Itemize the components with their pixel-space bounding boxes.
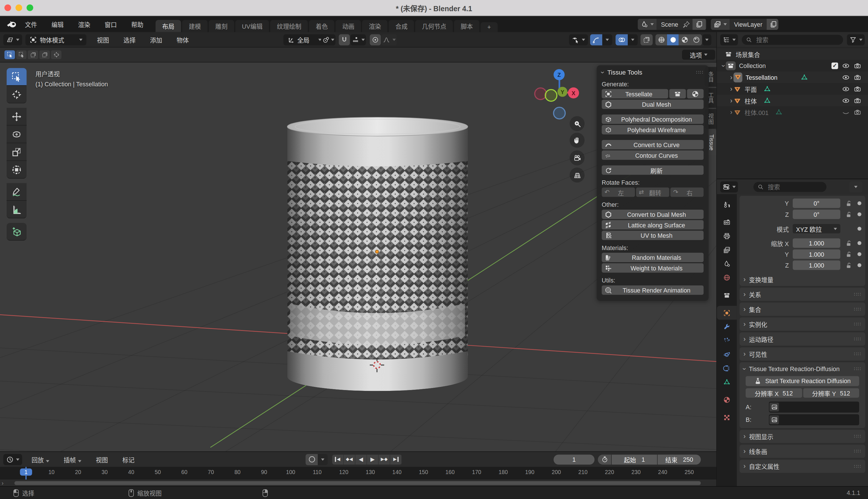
select-mode-subtract-button[interactable] <box>39 50 50 59</box>
proportional-falloff-dropdown[interactable] <box>381 34 397 45</box>
tool-options-dropdown[interactable]: 选项 <box>682 50 715 60</box>
scene-icon[interactable] <box>638 19 657 30</box>
dual-mesh-button[interactable]: Dual Mesh <box>602 99 703 109</box>
lock-icon[interactable] <box>845 251 853 258</box>
visibility-dropdown[interactable] <box>569 34 588 45</box>
properties-search-input[interactable] <box>767 183 823 191</box>
scene-selector[interactable]: Scene × <box>638 19 706 30</box>
tab-viewlayer[interactable] <box>717 243 737 257</box>
hide-eye-icon[interactable] <box>842 73 849 81</box>
object-label[interactable]: 平面 <box>745 84 757 93</box>
drag-handle-icon[interactable]: ∷∷ <box>854 463 861 469</box>
convert-to-curve-button[interactable]: Convert to Curve <box>602 140 703 149</box>
overlays-dropdown[interactable] <box>628 34 638 45</box>
viewport-3d[interactable]: 用户透视 (1) Collection | Tessellation <box>0 62 716 451</box>
line-art-panel[interactable]: ›线条画∷∷ <box>740 445 865 458</box>
tab-material[interactable] <box>717 393 737 406</box>
lock-icon[interactable] <box>845 199 853 207</box>
instancing-panel[interactable]: ›实例化∷∷ <box>740 317 865 331</box>
viewlayer-name[interactable]: ViewLayer <box>730 21 767 27</box>
overlays-toggle[interactable] <box>616 34 628 45</box>
render-camera-icon[interactable] <box>854 85 861 93</box>
visibility-panel[interactable]: ›可见性∷∷ <box>740 347 865 361</box>
gizmo-neg-y-axis[interactable] <box>545 89 557 101</box>
menu-keying[interactable]: 插帧 <box>57 455 89 464</box>
gizmo-y-axis[interactable]: Y <box>557 87 568 97</box>
outliner-search[interactable] <box>742 35 843 45</box>
resolution-x-field[interactable]: 分辨率 X512 <box>746 388 802 398</box>
next-keyframe-button[interactable]: ▶◆ <box>379 454 390 464</box>
render-camera-icon[interactable] <box>854 108 861 116</box>
pin-icon[interactable] <box>682 20 690 28</box>
unlink-scene-button[interactable]: × <box>706 20 706 28</box>
object-label[interactable]: Tessellation <box>746 74 777 80</box>
object-row-plane[interactable]: › 平面 <box>717 83 868 94</box>
workspace-tab-animation[interactable]: 动画 <box>335 20 361 32</box>
start-texture-rd-button[interactable]: Start Texture Reaction Diffusion <box>746 376 859 386</box>
shading-rendered-button[interactable] <box>690 34 702 45</box>
properties-editor-type-button[interactable] <box>720 181 738 192</box>
proportional-edit-toggle[interactable] <box>370 34 381 45</box>
workspace-tab-uv[interactable]: UV编辑 <box>235 20 269 32</box>
rotation-mode-dropdown[interactable]: XYZ 欧拉 <box>793 224 841 233</box>
properties-search[interactable] <box>753 182 827 192</box>
editor-type-button[interactable] <box>3 34 22 45</box>
refresh-button[interactable]: 刷新 <box>602 166 703 175</box>
object-row-cylinder[interactable]: › 柱体 <box>717 95 868 106</box>
expand-icon[interactable]: › <box>730 109 733 115</box>
tool-add-cube[interactable] <box>7 223 26 241</box>
browse-image-icon[interactable] <box>770 415 779 424</box>
outliner-filter-button[interactable] <box>847 34 865 45</box>
menu-render[interactable]: 渲染 <box>71 20 98 28</box>
scale-z-field[interactable]: 1.000 <box>793 260 841 270</box>
collection-label[interactable]: Collection <box>739 62 766 69</box>
workspace-tab-compositing[interactable]: 合成 <box>389 20 414 32</box>
outliner-search-input[interactable] <box>755 36 839 43</box>
drag-handle-icon[interactable]: ∷∷ <box>854 306 861 312</box>
gizmo-z-axis[interactable]: Z <box>554 69 565 80</box>
workspace-tab-texpaint[interactable]: 纹理绘制 <box>270 20 308 32</box>
new-viewlayer-button[interactable] <box>767 19 778 30</box>
viewlayer-icon[interactable] <box>711 19 730 30</box>
collections-panel[interactable]: ›集合∷∷ <box>740 303 865 316</box>
workspace-tab-shading[interactable]: 着色 <box>309 20 335 32</box>
drag-handle-icon[interactable]: ∷∷ <box>854 291 861 297</box>
rotate-right-button[interactable]: ↷右 <box>670 187 703 197</box>
animate-dot[interactable] <box>857 252 861 256</box>
tool-rotate[interactable] <box>7 126 26 143</box>
tool-measure[interactable] <box>7 201 26 219</box>
scale-y-field[interactable]: 1.000 <box>793 250 841 259</box>
tool-annotate[interactable] <box>7 183 26 201</box>
select-mode-intersect-button[interactable] <box>51 50 61 59</box>
workspace-tab-layout[interactable]: 布局 <box>156 20 181 32</box>
snap-toggle[interactable] <box>339 34 350 45</box>
jump-to-start-button[interactable]: ◀ <box>332 454 344 464</box>
add-workspace-button[interactable]: + <box>481 22 498 32</box>
camera-view-button[interactable] <box>570 150 584 166</box>
menu-help[interactable]: 帮助 <box>124 20 151 28</box>
tool-select-box[interactable] <box>7 68 26 86</box>
drag-handle-icon[interactable]: ∷∷ <box>854 449 861 454</box>
hide-eye-icon[interactable] <box>842 85 849 93</box>
menu-add[interactable]: 添加 <box>143 35 170 44</box>
tab-output[interactable] <box>717 229 737 243</box>
collection-row[interactable]: › Collection ✓ <box>717 60 868 71</box>
frame-start-field[interactable]: 起始1 <box>612 454 657 464</box>
render-camera-icon[interactable] <box>854 62 861 70</box>
workspace-tab-geonodes[interactable]: 几何节点 <box>415 20 453 32</box>
custom-properties-panel[interactable]: ›自定义属性∷∷ <box>740 460 865 473</box>
select-mode-tweak-button[interactable] <box>4 50 15 59</box>
texture-b-field[interactable] <box>769 414 859 425</box>
expand-icon[interactable]: › <box>730 74 733 80</box>
polyhedral-decomposition-button[interactable]: Polyhedral Decomposition <box>602 114 703 124</box>
tissue-rd-header[interactable]: ›Tissue Texture Reaction-Diffusion∷∷ <box>744 364 861 374</box>
xray-toggle[interactable] <box>640 34 652 45</box>
snap-target-dropdown[interactable] <box>350 34 366 45</box>
current-frame-marker[interactable]: 1 <box>20 468 32 475</box>
tab-render[interactable] <box>717 215 737 229</box>
timeline-editor-type-button[interactable] <box>3 454 22 465</box>
menu-timeline-view[interactable]: 视图 <box>89 455 115 464</box>
menu-select[interactable]: 选择 <box>116 35 143 44</box>
tab-tool[interactable] <box>717 197 737 211</box>
hide-eye-icon[interactable] <box>842 97 849 105</box>
